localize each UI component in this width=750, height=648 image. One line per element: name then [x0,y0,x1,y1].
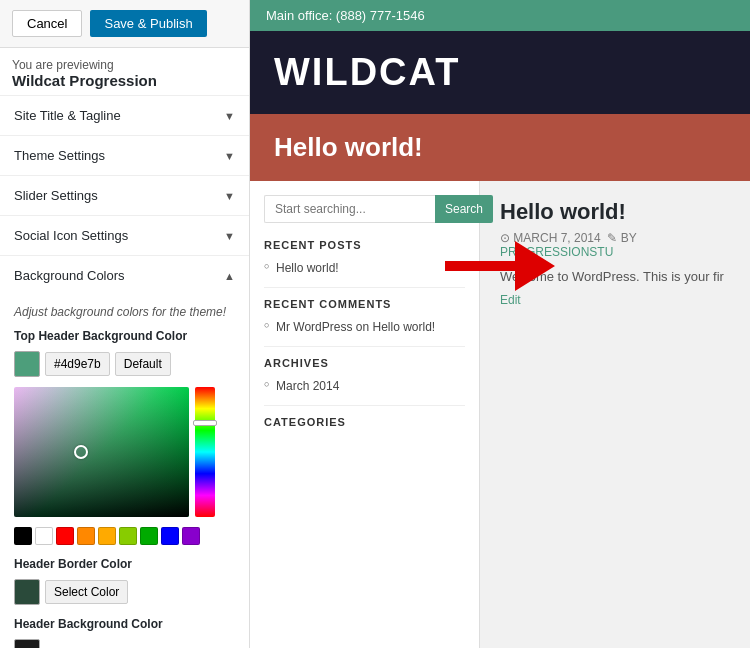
post-author: PROGRESSIONSTU [500,245,613,259]
post-excerpt: Welcome to WordPress. This is your fir [500,269,730,284]
accordion-social-icon-header[interactable]: Social Icon Settings ▼ [0,216,249,255]
chevron-down-icon: ▼ [224,150,235,162]
default-color-button[interactable]: Default [115,352,171,376]
left-panel: Cancel Save & Publish You are previewing… [0,0,250,648]
header-border-select-button[interactable]: Select Color [45,580,128,604]
bg-adjust-description: Adjust background colors for the theme! [14,305,235,319]
header-border-color-title: Header Border Color [14,557,235,571]
accordion-slider-settings-label: Slider Settings [14,188,98,203]
header-border-swatch[interactable] [14,579,40,605]
post-date-icon: ⊙ [500,231,513,245]
archives-widget: ARCHIVES March 2014 [264,357,465,395]
accordion-theme-settings-header[interactable]: Theme Settings ▼ [0,136,249,175]
hue-slider-thumb [193,420,217,426]
recent-posts-title: RECENT POSTS [264,239,465,251]
search-input[interactable] [264,195,435,223]
widget-divider-2 [264,346,465,347]
previewing-title: Wildcat Progression [12,72,237,89]
categories-title: CATEGORIES [264,416,465,428]
header-bg-swatch[interactable] [14,639,40,648]
header-border-section: Header Border Color Select Color [14,557,235,605]
archive-item[interactable]: March 2014 [264,377,465,395]
site-header: WILDCaT [250,31,750,114]
page-title-bar: Hello world! [250,114,750,181]
content-area: Search RECENT POSTS Hello world! RECENT … [250,181,750,648]
accordion-slider-settings: Slider Settings ▼ [0,176,249,216]
color-swatch[interactable] [35,527,53,545]
recent-comment-item: Mr WordPress on Hello world! [264,318,465,336]
preview-section: You are previewing Wildcat Progression [0,48,249,96]
hue-slider[interactable] [195,387,215,517]
post-meta: ⊙ MARCH 7, 2014 ✎ BY PROGRESSIONSTU [500,231,730,259]
edit-link[interactable]: Edit [500,293,521,307]
categories-widget: CATEGORIES [264,416,465,428]
by-label: ✎ BY [604,231,636,245]
accordion-theme-settings-label: Theme Settings [14,148,105,163]
recent-posts-widget: RECENT POSTS Hello world! [264,239,465,277]
color-picker-area [14,387,235,517]
color-swatch[interactable] [77,527,95,545]
accordion-social-icon: Social Icon Settings ▼ [0,216,249,256]
color-swatch[interactable] [119,527,137,545]
header-bg-buttons [14,639,235,648]
left-content-sidebar: Search RECENT POSTS Hello world! RECENT … [250,181,480,648]
color-swatches-row [14,527,235,545]
accordion-site-title: Site Title & Tagline ▼ [0,96,249,136]
top-header-color-title: Top Header Background Color [14,329,235,343]
bg-colors-content: Adjust background colors for the theme! … [0,295,249,648]
top-buttons-bar: Cancel Save & Publish [0,0,249,48]
accordion-bg-colors-label: Background Colors [14,268,125,283]
top-header-color-buttons: #4d9e7b Default [14,351,235,377]
chevron-down-icon: ▼ [224,190,235,202]
chevron-up-icon: ▲ [224,270,235,282]
color-swatch[interactable] [182,527,200,545]
accordion-bg-colors: Background Colors ▲ Adjust background co… [0,256,249,648]
phone-number: Main office: (888) 777-1546 [266,8,425,23]
color-swatch[interactable] [14,527,32,545]
cancel-button[interactable]: Cancel [12,10,82,37]
color-swatch[interactable] [98,527,116,545]
page-title: Hello world! [274,132,726,163]
archives-title: ARCHIVES [264,357,465,369]
accordion-theme-settings: Theme Settings ▼ [0,136,249,176]
hex-value-button[interactable]: #4d9e7b [45,352,110,376]
recent-comments-widget: RECENT COMMENTS Mr WordPress on Hello wo… [264,298,465,336]
recent-comments-title: RECENT COMMENTS [264,298,465,310]
recent-post-item[interactable]: Hello world! [264,259,465,277]
chevron-down-icon: ▼ [224,230,235,242]
post-date: MARCH 7, 2014 [513,231,600,245]
current-color-swatch[interactable] [14,351,40,377]
top-bar: Main office: (888) 777-1546 [250,0,750,31]
color-picker-handle[interactable] [74,445,88,459]
gradient-overlay [14,387,189,517]
header-bg-section: Header Background Color [14,617,235,648]
site-logo: WILDCaT [274,51,460,94]
accordion-slider-settings-header[interactable]: Slider Settings ▼ [0,176,249,215]
color-swatch[interactable] [140,527,158,545]
header-border-color-buttons: Select Color [14,579,235,605]
previewing-label: You are previewing [12,58,237,72]
search-row: Search [264,195,465,223]
accordion-site-title-label: Site Title & Tagline [14,108,121,123]
color-swatch[interactable] [161,527,179,545]
save-publish-button[interactable]: Save & Publish [90,10,206,37]
chevron-down-icon: ▼ [224,110,235,122]
accordion-site-title-header[interactable]: Site Title & Tagline ▼ [0,96,249,135]
right-content-main: Hello world! ⊙ MARCH 7, 2014 ✎ BY PROGRE… [480,181,750,648]
accordion-social-icon-label: Social Icon Settings [14,228,128,243]
widget-divider-3 [264,405,465,406]
accordion-bg-colors-header[interactable]: Background Colors ▲ [0,256,249,295]
widget-divider [264,287,465,288]
color-swatch[interactable] [56,527,74,545]
post-title: Hello world! [500,199,730,225]
right-panel: Main office: (888) 777-1546 WILDCaT Hell… [250,0,750,648]
color-gradient-picker[interactable] [14,387,189,517]
header-bg-color-title: Header Background Color [14,617,235,631]
